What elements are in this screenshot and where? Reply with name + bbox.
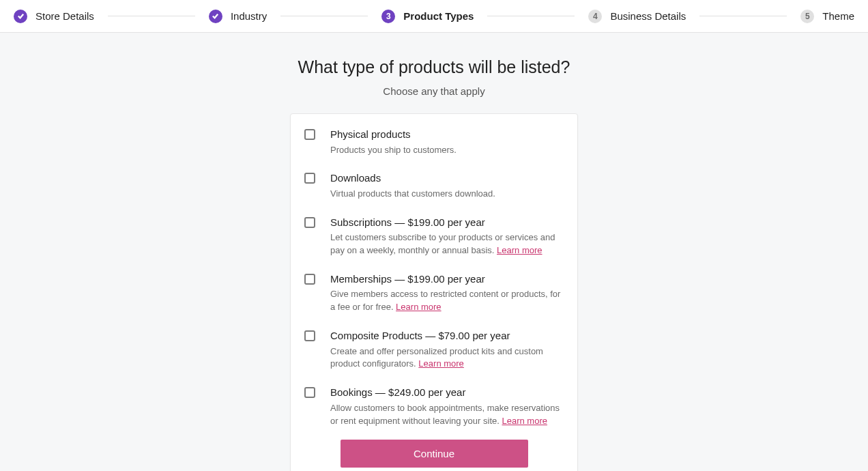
step-label: Industry	[231, 10, 267, 22]
option-description: Allow customers to book appointments, ma…	[330, 402, 564, 428]
option-description-text: Give members access to restricted conten…	[330, 289, 560, 312]
learn-more-link[interactable]: Learn more	[502, 416, 547, 426]
continue-button[interactable]: Continue	[341, 440, 528, 468]
step-label: Store Details	[35, 10, 94, 22]
step-label: Theme	[822, 10, 854, 22]
step-theme[interactable]: 5 Theme	[800, 10, 854, 23]
option-title: Downloads	[330, 171, 564, 185]
option-subscriptions[interactable]: Subscriptions — $199.00 per year Let cus…	[304, 216, 564, 257]
option-composite-products[interactable]: Composite Products — $79.00 per year Cre…	[304, 329, 564, 371]
option-bookings[interactable]: Bookings — $249.00 per year Allow custom…	[304, 386, 564, 427]
learn-more-link[interactable]: Learn more	[418, 358, 463, 369]
step-number-icon: 3	[381, 10, 395, 23]
step-connector	[699, 16, 787, 16]
step-label: Business Details	[610, 10, 686, 22]
check-icon	[209, 10, 222, 23]
checkbox-bookings[interactable]	[304, 387, 315, 398]
product-types-card: Physical products Products you ship to c…	[290, 113, 578, 471]
checkbox-memberships[interactable]	[304, 274, 315, 285]
step-product-types[interactable]: 3 Product Types	[381, 10, 474, 23]
option-body: Downloads Virtual products that customer…	[330, 171, 564, 200]
setup-stepper: Store Details Industry 3 Product Types 4…	[0, 0, 868, 33]
option-title: Composite Products — $79.00 per year	[330, 329, 564, 343]
learn-more-link[interactable]: Learn more	[396, 302, 441, 312]
step-label: Product Types	[403, 10, 474, 22]
step-number-icon: 4	[588, 10, 602, 23]
option-body: Physical products Products you ship to c…	[330, 128, 564, 156]
step-connector	[280, 16, 368, 16]
option-body: Memberships — $199.00 per year Give memb…	[330, 272, 564, 314]
step-connector	[487, 16, 575, 16]
check-icon	[14, 10, 27, 23]
option-description: Virtual products that customers download…	[330, 188, 564, 201]
option-downloads[interactable]: Downloads Virtual products that customer…	[304, 171, 564, 200]
option-physical-products[interactable]: Physical products Products you ship to c…	[304, 128, 564, 156]
step-connector	[108, 16, 195, 16]
checkbox-downloads[interactable]	[304, 173, 315, 184]
option-description: Create and offer personalized product ki…	[330, 345, 564, 371]
checkbox-subscriptions[interactable]	[304, 217, 315, 228]
option-body: Composite Products — $79.00 per year Cre…	[330, 329, 564, 371]
option-body: Subscriptions — $199.00 per year Let cus…	[330, 216, 564, 257]
option-title: Subscriptions — $199.00 per year	[330, 216, 564, 229]
option-memberships[interactable]: Memberships — $199.00 per year Give memb…	[304, 272, 564, 314]
checkbox-physical-products[interactable]	[304, 129, 315, 140]
page-subtitle: Choose any that apply	[383, 85, 484, 97]
step-number-icon: 5	[800, 10, 814, 23]
option-description: Products you ship to customers.	[330, 144, 564, 157]
page-title: What type of products will be listed?	[298, 57, 570, 77]
option-title: Bookings — $249.00 per year	[330, 386, 564, 399]
step-store-details[interactable]: Store Details	[14, 10, 94, 23]
main-content: What type of products will be listed? Ch…	[0, 33, 868, 471]
learn-more-link[interactable]: Learn more	[497, 245, 542, 255]
checkbox-composite-products[interactable]	[304, 330, 315, 341]
option-description: Let customers subscribe to your products…	[330, 231, 564, 257]
option-description: Give members access to restricted conten…	[330, 288, 564, 314]
step-industry[interactable]: Industry	[209, 10, 267, 23]
option-title: Memberships — $199.00 per year	[330, 272, 564, 286]
option-title: Physical products	[330, 128, 564, 141]
option-body: Bookings — $249.00 per year Allow custom…	[330, 386, 564, 427]
step-business-details[interactable]: 4 Business Details	[588, 10, 686, 23]
